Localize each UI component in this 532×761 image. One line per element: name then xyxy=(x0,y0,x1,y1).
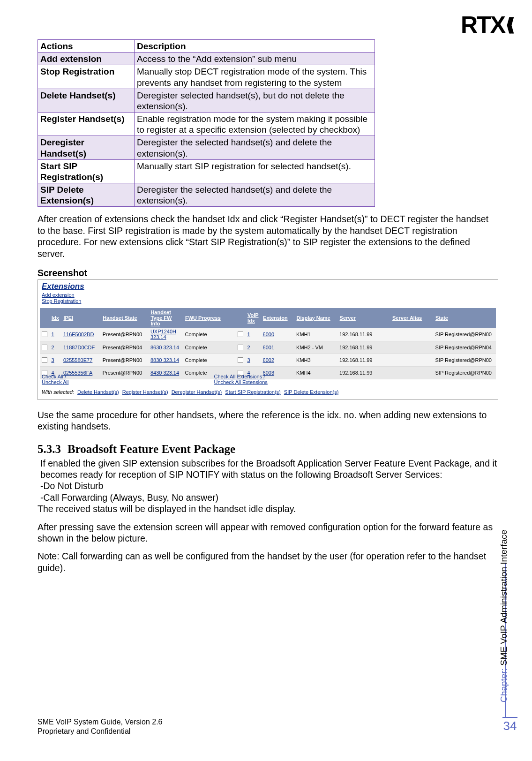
footer-line-1: SME VoIP System Guide, Version 2.6 xyxy=(37,717,163,727)
chapter-text: SME VoIP Administration Interface xyxy=(499,530,509,668)
cell-display-name: KMH3 xyxy=(294,354,337,366)
checkbox-icon[interactable] xyxy=(42,345,47,350)
hdr-idx[interactable]: Idx xyxy=(49,308,61,328)
cell-handset-state: Present@RPN00 xyxy=(101,354,149,366)
actions-header-row: Actions Description xyxy=(38,40,375,53)
row-checkbox-left[interactable] xyxy=(40,341,49,354)
paragraph-after-save: After pressing save the extension screen… xyxy=(37,521,497,544)
broadsoft-line-2: -Do Not Disturb xyxy=(40,481,103,491)
link-stop-registration[interactable]: Stop Registration xyxy=(42,298,81,304)
table-row: SIP Delete Extension(s)Deregister the se… xyxy=(38,183,375,207)
logo-arrows-icon: ⟨⟨⟨ xyxy=(506,15,510,35)
link-uncheck-all-ext[interactable]: Uncheck All Extensions xyxy=(214,379,267,385)
cell-ipei[interactable]: 0255580E77 xyxy=(61,354,101,366)
with-selected-link[interactable]: SIP Delete Extension(s) xyxy=(284,389,339,395)
action-description: Enable registration mode for the system … xyxy=(135,113,375,136)
action-description: Deregister the selected handset(s) and d… xyxy=(135,183,375,207)
cell-extension[interactable]: 6002 xyxy=(261,354,295,366)
cell-voip-idx[interactable]: 3 xyxy=(245,354,261,366)
row-checkbox-left[interactable] xyxy=(40,328,49,341)
with-selected-label: With selected: xyxy=(42,389,74,395)
actions-header-actions: Actions xyxy=(38,40,135,53)
logo-text: RTX xyxy=(461,11,505,38)
extensions-table: Idx IPEI Handset State Handset Type FW I… xyxy=(40,308,496,379)
cell-server: 192.168.11.99 xyxy=(337,354,390,366)
cell-display-name: KMH1 xyxy=(294,328,337,341)
cell-state: SIP Registered@RPN04 xyxy=(434,341,496,354)
row-checkbox-right[interactable] xyxy=(236,341,245,354)
cell-ipei[interactable]: 116E5002BD xyxy=(61,328,101,341)
with-selected-row: With selected: Delete Handset(s) Registe… xyxy=(42,389,338,395)
cell-handset-state: Present@RPN00 xyxy=(101,328,149,341)
action-description: Manually start SIP registration for sele… xyxy=(135,159,375,183)
cell-server-alias xyxy=(390,354,434,366)
table-row: Delete Handset(s)Deregister selected han… xyxy=(38,89,375,112)
hdr-handset-state[interactable]: Handset State xyxy=(101,308,149,328)
hdr-extension[interactable]: Extension xyxy=(261,308,295,328)
checkbox-icon[interactable] xyxy=(238,345,243,350)
with-selected-link[interactable]: Deregister Handset(s) xyxy=(172,389,222,395)
rtx-logo: RTX ⟨⟨⟨ xyxy=(461,11,510,38)
chapter-label: Chapter: xyxy=(499,668,509,702)
cell-voip-idx[interactable]: 1 xyxy=(245,328,261,341)
action-description: Deregister selected handset(s), but do n… xyxy=(135,89,375,112)
cell-idx[interactable]: 2 xyxy=(49,341,61,354)
hdr-ipei[interactable]: IPEI xyxy=(61,308,101,328)
cell-idx[interactable]: 3 xyxy=(49,354,61,366)
hdr-state[interactable]: State xyxy=(434,308,496,328)
section-number: 5.3.3 xyxy=(37,443,61,455)
link-check-all-ext[interactable]: Check All Extensions / xyxy=(214,374,267,380)
paragraph-use-same: Use the same procedure for other handset… xyxy=(37,409,497,432)
cell-extension[interactable]: 6001 xyxy=(261,341,295,354)
hdr-checkbox-right xyxy=(236,308,245,328)
screenshot-title: Extensions xyxy=(42,282,84,291)
action-description: Access to the “Add extension” sub menu xyxy=(135,53,375,65)
actions-table: Actions Description Add extensionAccess … xyxy=(37,39,375,207)
cell-handset-type[interactable]: 8630 323.14 xyxy=(149,341,183,354)
hdr-server-alias[interactable]: Server Alias xyxy=(390,308,434,328)
hdr-display-name[interactable]: Display Name xyxy=(294,308,337,328)
hdr-fwu-progress[interactable]: FWU Progress xyxy=(183,308,236,328)
cell-handset-type[interactable]: UXP1240H 323.14 xyxy=(149,328,183,341)
hdr-server[interactable]: Server xyxy=(337,308,390,328)
link-uncheck-all[interactable]: Uncheck All xyxy=(42,379,68,385)
table-row: Deregister Handset(s)Deregister the sele… xyxy=(38,136,375,159)
with-selected-link[interactable]: Start SIP Registration(s) xyxy=(225,389,280,395)
table-row: 30255580E77Present@RPN008830 323.14Compl… xyxy=(40,354,496,366)
extensions-screenshot: Extensions Add extension Stop Registrati… xyxy=(37,279,498,400)
hdr-voip-idx[interactable]: VoIP Idx xyxy=(245,308,261,328)
table-row: Start SIP Registration(s)Manually start … xyxy=(38,159,375,183)
action-name: Start SIP Registration(s) xyxy=(38,159,135,183)
with-selected-link[interactable]: Register Handset(s) xyxy=(122,389,168,395)
row-checkbox-right[interactable] xyxy=(236,354,245,366)
cell-server-alias xyxy=(390,328,434,341)
page-number: 34 xyxy=(502,717,517,733)
cell-server-alias xyxy=(390,341,434,354)
link-check-all[interactable]: Check All / xyxy=(42,374,68,380)
paragraph-received-status: The received status will be displayed in… xyxy=(37,503,497,514)
row-checkbox-right[interactable] xyxy=(236,328,245,341)
cell-voip-idx[interactable]: 2 xyxy=(245,341,261,354)
row-checkbox-left[interactable] xyxy=(40,354,49,366)
cell-fwu-progress: Complete xyxy=(183,341,236,354)
checkbox-icon[interactable] xyxy=(238,332,243,337)
action-description: Deregister the selected handset(s) and d… xyxy=(135,136,375,159)
action-name: Delete Handset(s) xyxy=(38,89,135,112)
cell-fwu-progress: Complete xyxy=(183,354,236,366)
with-selected-link[interactable]: Delete Handset(s) xyxy=(77,389,119,395)
footer: SME VoIP System Guide, Version 2.6 Propr… xyxy=(37,717,163,736)
cell-ipei[interactable]: 11887D0CDF xyxy=(61,341,101,354)
hdr-handset-type[interactable]: Handset Type FW Info xyxy=(149,308,183,328)
checkbox-icon[interactable] xyxy=(238,357,243,363)
table-row: Add extensionAccess to the “Add extensio… xyxy=(38,53,375,65)
cell-handset-type[interactable]: 8830 323.14 xyxy=(149,354,183,366)
cell-extension[interactable]: 6000 xyxy=(261,328,295,341)
checkbox-icon[interactable] xyxy=(42,332,47,337)
action-name: SIP Delete Extension(s) xyxy=(38,183,135,207)
checkbox-icon[interactable] xyxy=(42,357,47,363)
cell-state: SIP Registered@RPN00 xyxy=(434,354,496,366)
cell-display-name: KMH2 - VM xyxy=(294,341,337,354)
cell-state: SIP Registered@RPN00 xyxy=(434,328,496,341)
link-add-extension[interactable]: Add extension xyxy=(42,292,81,298)
cell-idx[interactable]: 1 xyxy=(49,328,61,341)
